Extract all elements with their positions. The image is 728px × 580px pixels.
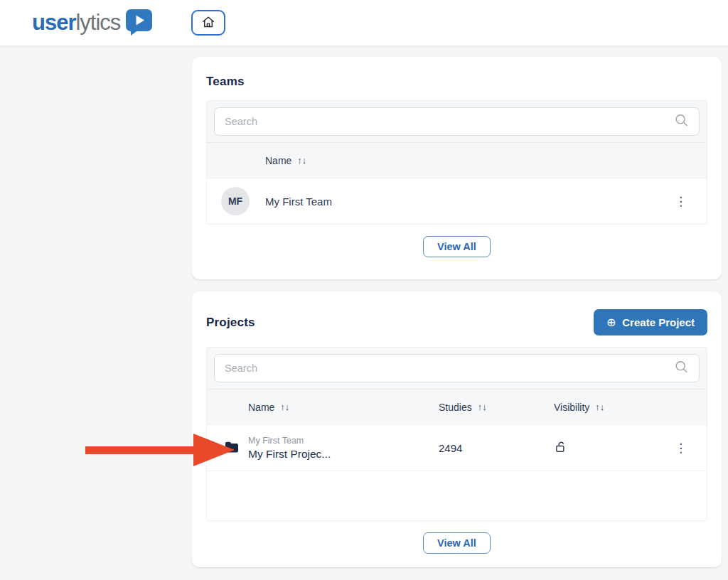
teams-column-header-name[interactable]: Name ↑↓ — [265, 155, 306, 166]
team-avatar: MF — [221, 187, 250, 215]
unlock-icon — [554, 439, 569, 457]
projects-card: Projects ⊕ Create Project Name ↑↓ Studie… — [192, 291, 722, 567]
column-label: Name — [248, 402, 274, 413]
team-row-menu-icon[interactable]: ⋮ — [670, 193, 691, 210]
top-navigation-bar: userlytics — [0, 0, 728, 46]
column-label: Studies — [439, 402, 472, 413]
projects-column-header-studies[interactable]: Studies ↑↓ — [439, 402, 554, 413]
plus-circle-icon: ⊕ — [606, 317, 616, 328]
sort-icon[interactable]: ↑↓ — [280, 402, 289, 412]
teams-card: Teams Name ↑↓ MF My First Team ⋮ View Al… — [192, 57, 722, 279]
create-project-button[interactable]: ⊕ Create Project — [594, 309, 707, 335]
logo-text-light: lytics — [75, 10, 120, 36]
annotation-arrow-shaft — [85, 446, 194, 454]
logo-text-bold: user — [32, 10, 75, 36]
search-icon — [675, 360, 688, 377]
team-row[interactable]: MF My First Team ⋮ — [207, 178, 707, 224]
team-name: My First Team — [265, 195, 332, 208]
projects-table: Name ↑↓ Studies ↑↓ Visibility ↑↓ — [206, 347, 707, 521]
project-row[interactable]: My First Team My First Projec... 2494 ⋮ — [207, 424, 707, 471]
project-name-block: My First Team My First Projec... — [248, 436, 439, 461]
teams-table-header: Name ↑↓ — [207, 142, 707, 178]
projects-table-header: Name ↑↓ Studies ↑↓ Visibility ↑↓ — [207, 389, 707, 424]
teams-view-all-button[interactable]: View All — [423, 236, 491, 257]
project-name: My First Projec... — [248, 448, 439, 461]
create-project-label: Create Project — [622, 316, 695, 328]
project-team-label: My First Team — [248, 436, 439, 446]
teams-title: Teams — [206, 75, 245, 89]
userlytics-logo[interactable]: userlytics — [32, 7, 154, 38]
sort-icon[interactable]: ↑↓ — [297, 155, 306, 166]
search-icon — [675, 114, 688, 130]
project-studies-count: 2494 — [439, 442, 554, 454]
projects-search-input[interactable] — [214, 354, 700, 382]
teams-search-input[interactable] — [214, 107, 700, 136]
projects-column-header-name[interactable]: Name ↑↓ — [248, 402, 439, 413]
projects-table-empty-area — [207, 471, 707, 520]
home-icon — [200, 14, 216, 32]
sort-icon[interactable]: ↑↓ — [595, 402, 604, 412]
annotation-arrow-head — [193, 434, 235, 466]
projects-column-header-visibility[interactable]: Visibility ↑↓ — [554, 402, 604, 413]
project-row-menu-icon[interactable]: ⋮ — [670, 439, 691, 457]
column-label: Name — [265, 155, 291, 166]
sort-icon[interactable]: ↑↓ — [478, 402, 487, 412]
teams-table: Name ↑↓ MF My First Team ⋮ — [206, 100, 707, 225]
column-label: Visibility — [554, 402, 589, 413]
speech-bubble-play-icon — [125, 9, 154, 38]
projects-title: Projects — [206, 316, 255, 330]
projects-view-all-button[interactable]: View All — [423, 532, 491, 554]
home-button[interactable] — [191, 10, 225, 36]
